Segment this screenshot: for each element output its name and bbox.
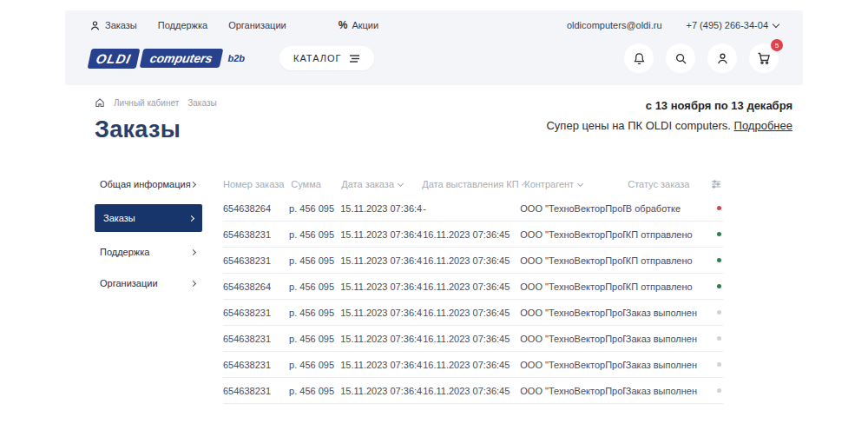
orders-table: Номер заказа Сумма Дата заказа Дата выст… [223,173,723,404]
cell-status-dot [705,284,723,288]
cell-kp_date: 16.11.2023 07:36:45 [423,255,520,266]
cell-contractor: ООО "ТехноВекторПроП... [520,360,626,370]
column-header-kp-date[interactable]: Дата выставления КП [422,179,524,189]
catalog-button[interactable]: КАТАЛОГ [279,46,374,70]
status-dot-icon [717,232,721,236]
cell-number: 654638264 [223,203,289,214]
cell-contractor: ООО "ТехноВекторПроП... [520,203,626,214]
promo-more-link[interactable]: Подробнее [734,119,792,132]
page: Заказы Поддержка Организации % Акции old… [65,10,803,404]
topbar: Заказы Поддержка Организации % Акции old… [89,19,779,31]
sort-chevron-icon [398,180,404,186]
cell-kp_date: 16.11.2023 07:36:45 [423,308,520,318]
cell-status-dot [705,206,723,210]
main-area: Общая информацияЗаказыПоддержкаОрганизац… [72,173,796,404]
cart-button[interactable]: 5 [749,43,779,73]
main-header: OLDI computers b2b КАТАЛОГ [89,43,779,73]
percent-icon: % [339,19,348,31]
cell-kp_date: 16.11.2023 07:36:45 [423,229,520,240]
sidebar-item-link[interactable]: Общая информация [95,173,202,195]
search-icon [674,52,687,65]
cart-badge: 5 [771,39,783,51]
cell-status-dot [705,232,723,236]
sort-chevron-icon [577,180,583,186]
email-link[interactable]: oldicomputers@oldi.ru [567,20,662,30]
topbar-link-promos[interactable]: % Акции [339,19,378,31]
cell-status: Заказ выполнен [626,360,705,370]
cell-status-dot [705,362,723,367]
logo[interactable]: OLDI computers b2b [89,49,245,69]
cell-amount: р. 456 095 [289,281,340,292]
cell-order_date: 15.11.2023 07:36:45 [340,386,423,396]
table-row[interactable]: 654638264р. 456 09515.11.2023 07:36:45-О… [223,195,723,222]
status-dot-icon [717,310,721,315]
promo-dates: с 13 ноября по 13 декабря [546,99,792,112]
cell-number: 654638231 [223,386,289,396]
chevron-right-icon [190,181,196,187]
topbar-link-support[interactable]: Поддержка [158,20,207,30]
table-row[interactable]: 654638231р. 456 09515.11.2023 07:36:4516… [223,222,723,248]
topbar-link-orders[interactable]: Заказы [89,20,137,31]
cell-order_date: 15.11.2023 07:36:45 [340,281,423,292]
table-row[interactable]: 654638231р. 456 09515.11.2023 07:36:4516… [223,352,723,378]
breadcrumb-item-account[interactable]: Личный кабинет [114,98,179,108]
table-row[interactable]: 654638231р. 456 09515.11.2023 07:36:4516… [223,326,723,352]
sidebar-item-link[interactable]: Поддержка [95,241,202,263]
notifications-button[interactable] [624,43,654,73]
topbar-link-label: Поддержка [158,20,207,30]
sidebar-item-label: Общая информация [100,179,191,189]
cell-number: 654638231 [223,255,289,266]
topbar-link-label: Организации [228,20,286,30]
cell-number: 654638231 [223,229,289,240]
table-row[interactable]: 654638231р. 456 09515.11.2023 07:36:4516… [223,300,723,326]
topbar-link-label: Акции [352,20,378,30]
sidebar-item-active[interactable]: Заказы [95,204,202,232]
page-title: Заказы [95,116,217,143]
status-dot-icon [717,388,721,393]
column-header-order-number: Номер заказа [223,179,291,189]
phone-text: +7 (495) 266-34-04 [687,20,768,30]
sidebar-item-link[interactable]: Организации [95,272,202,295]
cell-status: Заказ выполнен [626,386,705,396]
status-dot-icon [717,258,721,262]
chevron-right-icon [190,280,196,286]
cell-number: 654638231 [223,308,289,318]
cell-kp_date: - [423,203,520,214]
search-button[interactable] [666,43,695,73]
table-row[interactable]: 654638231р. 456 09515.11.2023 07:36:4516… [223,248,723,274]
cell-status: Заказ выполнен [626,334,705,344]
cell-status-dot [705,258,723,262]
orders-table-header: Номер заказа Сумма Дата заказа Дата выст… [223,173,723,195]
cell-status-dot [705,336,723,341]
column-header-order-date[interactable]: Дата заказа [341,179,422,189]
cell-amount: р. 456 095 [289,308,340,318]
cell-status: В обработке [626,203,705,214]
cell-status-dot [705,310,723,315]
cell-order_date: 15.11.2023 07:36:45 [340,360,423,370]
account-button[interactable] [707,43,737,73]
phone-dropdown[interactable]: +7 (495) 266-34-04 [687,20,779,30]
person-icon [89,20,101,31]
home-icon[interactable] [95,97,105,108]
chevron-right-icon [190,248,196,255]
status-dot-icon [717,336,721,341]
sidebar-item-label: Организации [100,278,158,288]
table-settings[interactable] [706,179,723,189]
column-header-amount: Сумма [291,179,341,189]
column-header-contractor[interactable]: Контрагент [524,179,628,189]
logo-b2b: b2b [227,53,245,63]
menu-icon [349,54,360,63]
cell-order_date: 15.11.2023 07:36:45 [340,334,423,344]
cell-contractor: ООО "ТехноВекторПроП... [520,255,626,266]
table-row[interactable]: 654638264р. 456 09515.11.2023 07:36:4516… [223,274,723,300]
cell-status: КП отправлено [626,229,705,240]
cell-contractor: ООО "ТехноВекторПроП... [520,308,626,318]
topbar-link-organizations[interactable]: Организации [228,20,286,30]
cell-status: КП отправлено [626,281,705,292]
cell-order_date: 15.11.2023 07:36:45 [340,203,423,214]
page-head-left: Личный кабинет Заказы Заказы [95,97,217,143]
sidebar-item-label: Заказы [103,213,135,223]
orders-table-body: 654638264р. 456 09515.11.2023 07:36:45-О… [223,195,723,404]
table-row[interactable]: 654638231р. 456 09515.11.2023 07:36:4516… [223,378,723,404]
bell-icon [633,52,646,65]
